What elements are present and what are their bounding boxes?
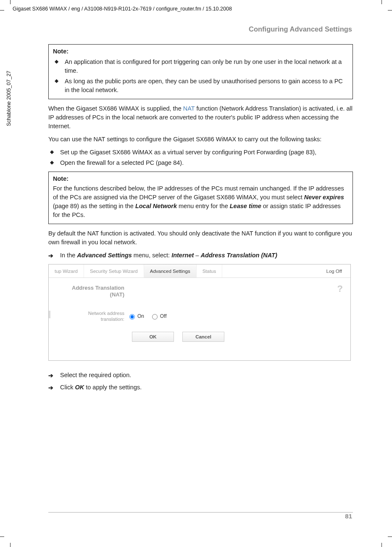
note2-paragraph: For the functions described below, the I… bbox=[53, 184, 348, 219]
note1-bullet-2: As long as the public ports are open, th… bbox=[53, 77, 348, 95]
nat-glossary-link[interactable]: NAT bbox=[183, 105, 195, 112]
nat-setting-row: Network address translation: On Off bbox=[66, 311, 166, 322]
task-bullet-2: Open the firewall for a selected PC (pag… bbox=[48, 159, 353, 167]
nat-intro-paragraph: When the Gigaset SX686 WiMAX is supplied… bbox=[48, 104, 353, 131]
radio-on-label: On bbox=[137, 313, 144, 320]
text: to apply the settings. bbox=[84, 384, 142, 391]
document-path: Gigaset SX686 WiMAX / eng / A31008-N919-… bbox=[13, 5, 232, 13]
step-navigate: In the Advanced Settings menu, select: I… bbox=[48, 251, 353, 260]
task-bullet-1: Set up the Gigaset SX686 WiMAX as a virt… bbox=[48, 148, 353, 157]
tab-security-setup-wizard[interactable]: Security Setup Wizard bbox=[84, 264, 144, 277]
tab-status[interactable]: Status bbox=[197, 264, 223, 277]
tasks-intro: You can use the NAT settings to configur… bbox=[48, 135, 353, 144]
cancel-button[interactable]: Cancel bbox=[182, 332, 224, 342]
nat-radio-off[interactable] bbox=[152, 314, 158, 320]
sidebar-handle bbox=[49, 311, 50, 318]
footer-rule bbox=[48, 512, 353, 513]
page-title: Address Translation (NAT) bbox=[66, 285, 124, 298]
nat-term: Address Translation (NAT) bbox=[200, 252, 277, 259]
never-expires-term: Never expires bbox=[304, 194, 344, 201]
text: menu entry for the bbox=[177, 203, 230, 209]
help-icon[interactable]: ? bbox=[337, 282, 343, 296]
text: When the Gigaset SX686 WiMAX is supplied… bbox=[48, 105, 183, 112]
router-ui-screenshot: tup Wizard Security Setup Wizard Advance… bbox=[48, 264, 351, 361]
template-stamp: Schablone 2005_07_27 bbox=[5, 71, 13, 126]
page-body: Note: An application that is configured … bbox=[48, 44, 353, 395]
page-number: 81 bbox=[345, 512, 352, 521]
note-label: Note: bbox=[53, 47, 348, 56]
section-heading: Configuring Advanced Settings bbox=[249, 24, 352, 34]
lease-time-term: Lease time bbox=[230, 203, 261, 209]
advanced-settings-term: Advanced Settings bbox=[77, 252, 132, 259]
text: – bbox=[194, 252, 200, 259]
text: menu, select: bbox=[132, 252, 171, 259]
step-select-option: Select the required option. bbox=[48, 371, 353, 380]
tab-bar: tup Wizard Security Setup Wizard Advance… bbox=[49, 264, 350, 278]
nat-label: Network address translation: bbox=[66, 311, 124, 322]
local-network-term: Local Network bbox=[135, 203, 177, 209]
ok-button[interactable]: OK bbox=[132, 332, 174, 342]
tab-advanced-settings[interactable]: Advanced Settings bbox=[144, 264, 197, 277]
text: (page 89) as the setting in the bbox=[53, 203, 135, 209]
step-click-ok: Click OK to apply the settings. bbox=[48, 383, 353, 392]
note1-bullet-1: An application that is configured for po… bbox=[53, 58, 348, 75]
nat-default-paragraph: By default the NAT function is activated… bbox=[48, 229, 353, 247]
button-row: OK Cancel bbox=[132, 332, 224, 342]
text: For the functions described below, the I… bbox=[53, 185, 344, 201]
note-box-2: Note: For the functions described below,… bbox=[48, 172, 353, 224]
ok-term: OK bbox=[75, 384, 84, 391]
logoff-link[interactable]: Log Off bbox=[326, 268, 342, 275]
internet-term: Internet bbox=[171, 252, 194, 259]
text: In the bbox=[60, 252, 77, 259]
nat-radio-group: On Off bbox=[129, 313, 166, 320]
note-box-1: Note: An application that is configured … bbox=[48, 44, 353, 99]
nat-radio-on[interactable] bbox=[129, 314, 135, 320]
radio-off-label: Off bbox=[160, 313, 167, 320]
tab-setup-wizard[interactable]: tup Wizard bbox=[49, 264, 84, 277]
text: Click bbox=[60, 384, 75, 391]
note-label: Note: bbox=[53, 174, 348, 183]
